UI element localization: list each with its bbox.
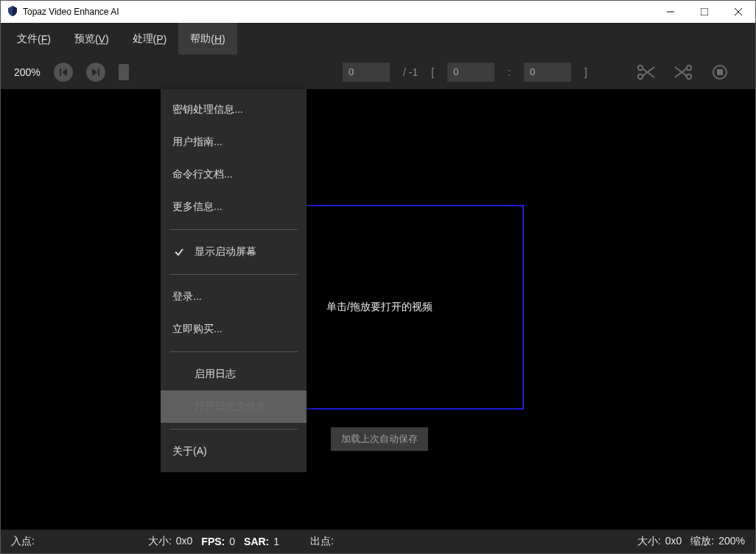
statusbar-zoom-group: 缩放: 200% (690, 535, 745, 548)
range-end-input[interactable]: 0 (524, 63, 571, 82)
size-group: 大小: 0x0 (148, 535, 192, 548)
svg-rect-0 (701, 8, 708, 15)
next-frame-button[interactable] (86, 63, 105, 82)
help-item-about[interactable]: 关于(A) (161, 435, 307, 468)
help-item-cli-docs[interactable]: 命令行文档... (161, 158, 307, 191)
help-item-login[interactable]: 登录... (161, 281, 307, 313)
sar-group: SAR: 1 (244, 536, 279, 547)
help-item-user-guide[interactable]: 用户指南... (161, 126, 307, 158)
fps-group: FPS: 0 (201, 536, 235, 547)
app-window: Topaz Video Enhance AI 文件(F) 预览(V) 处理(P)… (0, 0, 756, 554)
stop-button[interactable] (708, 60, 732, 84)
menu-help[interactable]: 帮助(H) (178, 23, 237, 55)
in-point-label: 入点: (11, 535, 35, 548)
prev-frame-button[interactable] (54, 63, 73, 82)
range-close-bracket: ] (584, 66, 587, 78)
load-last-autosave-button[interactable]: 加载上次自动保存 (331, 427, 428, 451)
check-icon (172, 247, 186, 257)
svg-point-4 (638, 65, 643, 69)
cut-in-icon[interactable] (634, 60, 658, 84)
title-left-cluster: Topaz Video Enhance AI (1, 5, 119, 19)
range-separator: : (508, 66, 511, 78)
menu-separator (169, 429, 298, 429)
size2-group: 大小: 0x0 (637, 535, 682, 548)
toolbar: 200% 0 / -1 [ 0 : 0 ] (1, 55, 755, 89)
timeline-scrubber[interactable] (119, 64, 129, 80)
menu-file[interactable]: 文件(F) (5, 23, 63, 55)
svg-point-5 (687, 74, 691, 78)
close-button[interactable] (721, 1, 755, 23)
help-item-key-info[interactable]: 密钥处理信息... (161, 94, 307, 126)
menu-process[interactable]: 处理(P) (121, 23, 179, 55)
help-dropdown: 密钥处理信息... 用户指南... 命令行文档... 更多信息... 显示启动屏… (161, 89, 307, 472)
help-item-show-splash[interactable]: 显示启动屏幕 (161, 236, 307, 268)
menu-separator (169, 351, 298, 352)
help-item-more-info[interactable]: 更多信息... (161, 191, 307, 223)
cut-out-icon[interactable] (671, 60, 695, 84)
video-canvas: 单击/拖放要打开的视频 加载上次自动保存 密钥处理信息... 用户指南... 命… (1, 89, 755, 530)
menu-preview[interactable]: 预览(V) (63, 23, 121, 55)
frame-total-label: / -1 (403, 66, 418, 78)
svg-rect-1 (60, 69, 61, 76)
menu-separator (169, 229, 298, 230)
statusbar: 入点: 大小: 0x0 FPS: 0 SAR: 1 出点: 大小: 0x0 缩放… (1, 530, 755, 553)
zoom-display[interactable]: 200% (14, 66, 41, 78)
minimize-button[interactable] (654, 1, 687, 23)
frame-number-input[interactable]: 0 (343, 63, 390, 82)
menubar: 文件(F) 预览(V) 处理(P) 帮助(H) (1, 23, 755, 55)
app-icon (7, 5, 18, 19)
svg-point-3 (638, 74, 643, 78)
svg-point-6 (687, 65, 691, 69)
svg-rect-2 (98, 69, 99, 76)
range-open-bracket: [ (431, 66, 434, 78)
maximize-button[interactable] (687, 1, 721, 23)
out-point-label: 出点: (310, 535, 334, 548)
help-item-enable-log[interactable]: 启用日志 (161, 358, 307, 390)
titlebar: Topaz Video Enhance AI (1, 1, 755, 23)
dropzone-text: 单击/拖放要打开的视频 (326, 301, 433, 314)
help-item-buy-now[interactable]: 立即购买... (161, 313, 307, 346)
svg-rect-8 (717, 69, 723, 75)
range-start-input[interactable]: 0 (447, 63, 494, 82)
help-item-open-log-folder[interactable]: 打开日志文件夹 (161, 390, 307, 423)
title-text: Topaz Video Enhance AI (23, 7, 119, 17)
menu-separator (169, 274, 298, 275)
